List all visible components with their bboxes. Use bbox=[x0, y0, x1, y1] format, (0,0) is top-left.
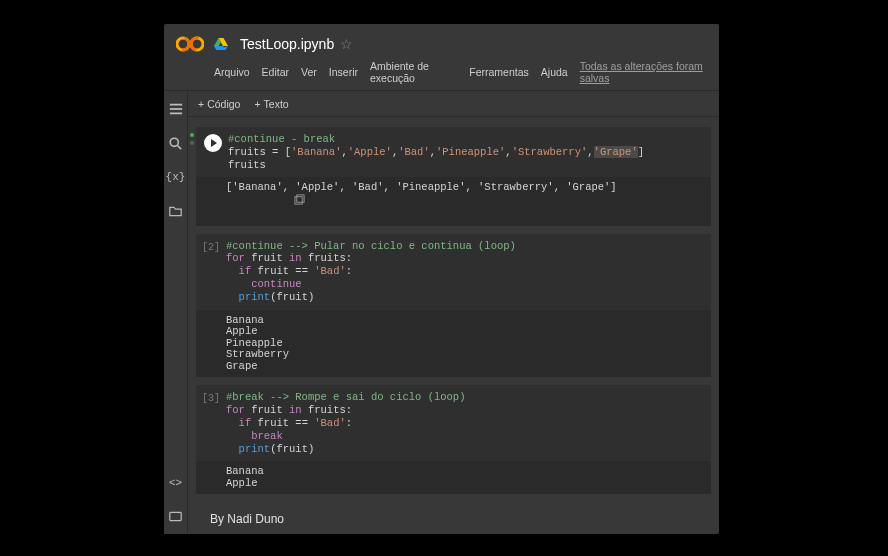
cell-output: ['Banana', 'Apple', 'Bad', 'Pineapple', … bbox=[196, 177, 711, 225]
code-editor[interactable]: #continue - break fruits = ['Banana','Ap… bbox=[228, 133, 711, 171]
menu-view[interactable]: Ver bbox=[301, 66, 317, 78]
exec-count: [2] bbox=[202, 242, 220, 253]
drive-icon bbox=[214, 38, 228, 50]
menu-runtime[interactable]: Ambiente de execução bbox=[370, 60, 457, 84]
text-cell-content: By Nadi Duno bbox=[210, 512, 284, 526]
text-cell[interactable]: By Nadi Duno bbox=[196, 502, 711, 534]
star-icon[interactable]: ☆ bbox=[340, 36, 353, 52]
folder-icon[interactable] bbox=[168, 203, 184, 219]
save-status[interactable]: Todas as alterações foram salvas bbox=[580, 60, 707, 84]
cell-gutter: [3] bbox=[196, 391, 226, 455]
body: {x} <> +Código +Texto bbox=[164, 91, 719, 534]
menu-tools[interactable]: Ferramentas bbox=[469, 66, 529, 78]
plus-icon: + bbox=[254, 98, 260, 110]
menu-file[interactable]: Arquivo bbox=[214, 66, 250, 78]
cell-gutter bbox=[198, 133, 228, 171]
svg-marker-7 bbox=[214, 46, 226, 50]
code-cell[interactable]: [3] #break --> Rompe e sai do ciclo (loo… bbox=[196, 385, 711, 494]
notebook-content[interactable]: #continue - break fruits = ['Banana','Ap… bbox=[188, 117, 719, 534]
menu-help[interactable]: Ajuda bbox=[541, 66, 568, 78]
terminal-icon[interactable] bbox=[168, 508, 184, 524]
cell-output: Banana Apple bbox=[196, 461, 711, 494]
add-code-label: Código bbox=[207, 98, 240, 110]
svg-rect-8 bbox=[169, 104, 181, 106]
code-cell[interactable]: [2] #continue --> Pular no ciclo e conti… bbox=[196, 234, 711, 378]
add-code-button[interactable]: +Código bbox=[198, 98, 240, 110]
code-cell[interactable]: #continue - break fruits = ['Banana','Ap… bbox=[196, 127, 711, 226]
cell-gutter: [2] bbox=[196, 240, 226, 304]
svg-line-12 bbox=[178, 145, 182, 149]
main-area: +Código +Texto #continue - break fruits … bbox=[188, 91, 719, 534]
menu-insert[interactable]: Inserir bbox=[329, 66, 358, 78]
code-snippets-icon[interactable]: <> bbox=[168, 474, 184, 490]
svg-rect-13 bbox=[170, 512, 181, 520]
svg-rect-9 bbox=[169, 108, 181, 110]
left-sidebar: {x} <> bbox=[164, 91, 188, 534]
toc-icon[interactable] bbox=[168, 101, 184, 117]
output-text: Banana Apple Pineapple Strawberry Grape bbox=[226, 315, 289, 373]
notebook-title[interactable]: TestLoop.ipynb bbox=[240, 36, 334, 52]
menubar: Arquivo Editar Ver Inserir Ambiente de e… bbox=[164, 58, 719, 91]
variables-icon[interactable]: {x} bbox=[168, 169, 184, 185]
svg-point-11 bbox=[170, 138, 178, 146]
colab-logo-icon[interactable] bbox=[176, 34, 204, 54]
colab-window: TestLoop.ipynb ☆ Arquivo Editar Ver Inse… bbox=[164, 24, 719, 534]
toolbar: +Código +Texto bbox=[188, 91, 719, 117]
exec-count: [3] bbox=[202, 393, 220, 404]
play-icon bbox=[211, 139, 217, 147]
code-editor[interactable]: #break --> Rompe e sai do ciclo (loop) f… bbox=[226, 391, 711, 455]
code-input-area[interactable]: [3] #break --> Rompe e sai do ciclo (loo… bbox=[196, 385, 711, 461]
plus-icon: + bbox=[198, 98, 204, 110]
code-input-area[interactable]: #continue - break fruits = ['Banana','Ap… bbox=[196, 127, 711, 177]
svg-rect-10 bbox=[169, 113, 181, 115]
output-text: Banana Apple bbox=[226, 466, 264, 489]
cell-output: Banana Apple Pineapple Strawberry Grape bbox=[196, 310, 711, 378]
code-input-area[interactable]: [2] #continue --> Pular no ciclo e conti… bbox=[196, 234, 711, 310]
code-editor[interactable]: #continue --> Pular no ciclo e continua … bbox=[226, 240, 711, 304]
add-text-label: Texto bbox=[264, 98, 289, 110]
add-text-button[interactable]: +Texto bbox=[254, 98, 288, 110]
header: TestLoop.ipynb ☆ bbox=[164, 24, 719, 58]
menu-edit[interactable]: Editar bbox=[262, 66, 289, 78]
output-text: ['Banana', 'Apple', 'Bad', 'Pineapple', … bbox=[226, 182, 617, 220]
run-cell-button[interactable] bbox=[204, 134, 222, 152]
search-icon[interactable] bbox=[168, 135, 184, 151]
title-row: TestLoop.ipynb ☆ bbox=[214, 36, 353, 52]
